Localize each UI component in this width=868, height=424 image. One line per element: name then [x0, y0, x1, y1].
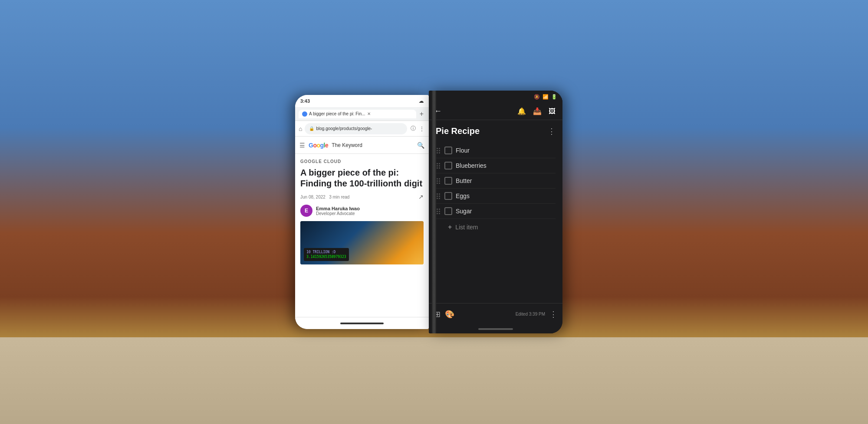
browser-tab[interactable]: A bigger piece of the pi: Fin... ✕ [299, 110, 416, 118]
url-text: blog.google/products/google- [316, 126, 372, 131]
more-options-button[interactable]: ⋮ [549, 310, 557, 319]
home-indicator-left [340, 323, 384, 324]
archive-icon[interactable]: 📥 [531, 106, 543, 116]
share-button[interactable]: ↗ [418, 193, 424, 200]
table-surface [0, 337, 868, 424]
author-avatar: E [300, 205, 312, 217]
pi-display: 10 TRILLION :D 3.14159265358979323 [304, 248, 349, 261]
item-label-flour: Flour [456, 147, 470, 154]
left-screen: 3:43 ☁ A bigger piece of the pi: Fin... … [295, 95, 429, 329]
home-indicator-right [429, 325, 562, 333]
address-field[interactable]: 🔒 blog.google/products/google- [305, 123, 407, 134]
reminder-icon[interactable]: 🔔 [516, 106, 528, 116]
phone-left-panel: 3:43 ☁ A bigger piece of the pi: Fin... … [295, 95, 429, 329]
image-insert-icon[interactable]: 🖼 [547, 107, 557, 116]
more-options-icon[interactable]: ⋮ [418, 125, 425, 133]
address-actions: ⓘ ⋮ [410, 124, 425, 133]
hamburger-icon[interactable]: ☰ [299, 142, 305, 149]
add-item-row[interactable]: + List item [436, 219, 556, 235]
notes-bottom-bar: ⊞ 🎨 Edited 3:39 PM ⋮ [429, 303, 562, 325]
checkbox-eggs[interactable] [444, 192, 452, 200]
phone-right-panel: 🔕 📶 🔋 ← 🔔 📥 🖼 Pie Recipe ⋮ [429, 91, 562, 333]
battery-icon: 🔋 [551, 94, 557, 100]
wifi-icon: 📶 [542, 94, 549, 100]
device: 3:43 ☁ A bigger piece of the pi: Fin... … [295, 91, 573, 333]
do-not-disturb-icon: 🔕 [534, 94, 540, 100]
address-bar: ⌂ 🔒 blog.google/products/google- ⓘ ⋮ [295, 121, 429, 137]
tab-bar: A bigger piece of the pi: Fin... ✕ + [295, 107, 429, 121]
article-title: A bigger piece of the pi: Finding the 10… [300, 167, 424, 189]
checkbox-sugar[interactable] [444, 207, 452, 215]
lock-icon: 🔒 [309, 126, 314, 131]
item-label-sugar: Sugar [456, 208, 472, 215]
search-icon[interactable]: 🔍 [417, 142, 424, 149]
checkbox-blueberries[interactable] [444, 162, 452, 170]
tab-close-button[interactable]: ✕ [367, 111, 371, 116]
list-item: Flour [436, 143, 556, 158]
search-bar: ☰ Google The Keyword 🔍 [295, 137, 429, 154]
drag-handle[interactable] [436, 147, 441, 154]
new-tab-button[interactable]: + [418, 110, 425, 118]
right-screen: 🔕 📶 🔋 ← 🔔 📥 🖼 Pie Recipe ⋮ [429, 91, 562, 333]
drag-handle[interactable] [436, 208, 441, 215]
author-name: Emma Haruka Iwao [316, 206, 360, 211]
notes-content: Pie Recipe ⋮ Flour [429, 120, 562, 303]
notes-toolbar: ← 🔔 📥 🖼 [429, 103, 562, 120]
edited-timestamp: Edited 3:39 PM [516, 312, 545, 316]
tab-favicon [302, 111, 307, 117]
item-label-eggs: Eggs [456, 192, 470, 199]
checkbox-butter[interactable] [444, 177, 452, 185]
status-bar-right: 🔕 📶 🔋 [429, 91, 562, 103]
article-date: Jun 08, 2022 3 min read [300, 195, 349, 199]
author-role: Developer Advocate [316, 211, 360, 216]
status-bar-left: 3:43 ☁ [295, 95, 429, 107]
article-content: GOOGLE CLOUD A bigger piece of the pi: F… [295, 154, 429, 317]
tab-title: A bigger piece of the pi: Fin... [309, 111, 365, 116]
add-item-icon: + [448, 223, 452, 231]
article-category: GOOGLE CLOUD [300, 159, 424, 164]
home-icon[interactable]: ⌂ [299, 125, 302, 132]
item-label-butter: Butter [456, 177, 472, 184]
info-icon[interactable]: ⓘ [410, 124, 417, 133]
list-item: Sugar [436, 204, 556, 219]
article-image: 10 TRILLION :D 3.14159265358979323 [300, 221, 424, 264]
item-label-blueberries: Blueberries [456, 162, 487, 169]
list-item: Eggs [436, 189, 556, 204]
author-row: E Emma Haruka Iwao Developer Advocate [300, 205, 424, 217]
checkbox-flour[interactable] [444, 147, 452, 154]
hinge [432, 91, 436, 333]
author-info: Emma Haruka Iwao Developer Advocate [316, 206, 360, 216]
drag-handle[interactable] [436, 177, 441, 185]
bottom-nav-left [295, 317, 429, 329]
add-item-label: List item [455, 224, 478, 231]
drag-handle[interactable] [436, 192, 441, 200]
notes-title: Pie Recipe [436, 126, 480, 136]
palette-button[interactable]: 🎨 [445, 310, 454, 319]
article-meta: Jun 08, 2022 3 min read ↗ [300, 193, 424, 200]
list-item: Blueberries [436, 158, 556, 173]
google-logo: Google [309, 142, 328, 149]
cloud-icon: ☁ [419, 98, 424, 104]
notes-title-row: Pie Recipe ⋮ [436, 126, 556, 136]
drag-handle[interactable] [436, 162, 441, 170]
notes-more-button[interactable]: ⋮ [548, 127, 556, 136]
time-display: 3:43 [300, 98, 310, 104]
list-item: Butter [436, 173, 556, 189]
checklist: Flour Blueberries [436, 143, 556, 235]
search-input[interactable]: The Keyword [332, 142, 414, 148]
